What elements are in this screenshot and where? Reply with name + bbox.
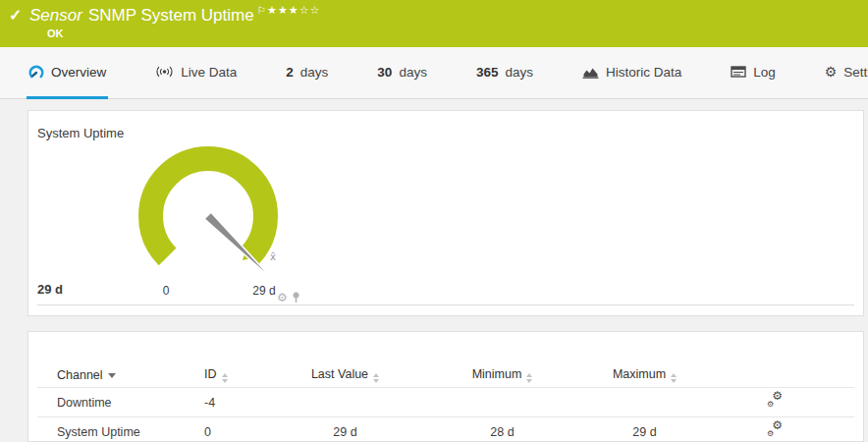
channel-settings-icon[interactable]: ⚙ ⚙: [766, 393, 784, 409]
star-filled-icon[interactable]: ★: [267, 4, 278, 16]
tab-historic-data[interactable]: Historic Data: [580, 47, 683, 99]
column-header-minimum[interactable]: Minimum: [402, 367, 603, 383]
tab-label: Overview: [51, 65, 106, 80]
log-icon: [731, 66, 746, 78]
channel-id: 0: [195, 425, 289, 439]
table-row-downtime[interactable]: Downtime -4 ⚙ ⚙: [28, 388, 863, 416]
tab-label: days: [505, 65, 533, 80]
channel-last-value: 29 d: [289, 425, 402, 439]
page-title: SensorSNMP System Uptime⚐: [29, 5, 266, 26]
sort-both-icon: [526, 373, 532, 383]
channel-name: System Uptime: [28, 425, 195, 439]
pin-icon[interactable]: [292, 292, 300, 304]
star-empty-icon[interactable]: ☆: [310, 4, 321, 16]
gear-icon: ⚙: [825, 65, 838, 79]
table-row-system-uptime[interactable]: System Uptime 0 29 d 28 d 29 d ⚙ ⚙: [28, 417, 863, 442]
tab-settings[interactable]: ⚙ Settings: [823, 47, 868, 99]
live-data-icon: [155, 65, 174, 79]
status-badge: OK: [47, 28, 64, 39]
priority-stars[interactable]: ★★★☆☆: [267, 4, 320, 17]
gauge-settings-gear-icon[interactable]: ⚙: [277, 292, 288, 304]
tab-label: Log: [753, 65, 776, 80]
gauge-icon: [28, 65, 44, 79]
sort-both-icon: [373, 373, 379, 383]
channel-minimum: 28 d: [402, 425, 603, 439]
tab-live-data[interactable]: Live Data: [153, 47, 239, 99]
tab-overview[interactable]: Overview: [27, 47, 108, 99]
star-empty-icon[interactable]: ☆: [299, 4, 310, 16]
star-filled-icon[interactable]: ★: [289, 4, 299, 16]
channels-table: Channel ID Last Value Minimum Maximum Do…: [28, 332, 863, 442]
uptime-gauge: x̄: [28, 111, 865, 304]
tab-365-days[interactable]: 365 days: [474, 47, 535, 99]
sensor-name: SNMP System Uptime: [88, 6, 254, 25]
tab-log[interactable]: Log: [729, 47, 778, 99]
tab-label: Historic Data: [606, 65, 681, 80]
gauge-scale-min: 0: [155, 284, 177, 298]
tab-label: days: [399, 65, 427, 80]
tab-bar: Overview Live Data 2 days 30 days 365 da…: [0, 47, 868, 99]
sensor-status-banner: ✓ SensorSNMP System Uptime⚐ ★★★☆☆ OK: [0, 0, 868, 47]
gauge-panel: System Uptime x̄ 0 29 d 29 d ⚙: [27, 110, 864, 316]
channel-settings-icon[interactable]: ⚙ ⚙: [766, 422, 784, 438]
sort-both-icon: [671, 373, 677, 383]
channel-maximum: 29 d: [603, 425, 686, 439]
tab-label: Settings: [843, 65, 868, 80]
gauge-panel-divider: [37, 304, 854, 305]
gauge-current-value: 29 d: [37, 282, 63, 297]
area-chart-icon: [582, 66, 599, 79]
column-header-last-value[interactable]: Last Value: [289, 367, 402, 383]
tab-label: days: [300, 65, 329, 80]
column-header-maximum[interactable]: Maximum: [603, 367, 686, 383]
channel-name: Downtime: [28, 396, 195, 410]
channels-panel: Channel ID Last Value Minimum Maximum Do…: [27, 331, 864, 442]
average-marker: x̄: [270, 251, 276, 262]
tab-label: Live Data: [181, 65, 237, 80]
priority-flag-icon[interactable]: ⚐: [257, 5, 266, 16]
tab-number: 30: [377, 65, 392, 80]
page-title-prefix: Sensor: [29, 6, 82, 25]
table-header-row: Channel ID Last Value Minimum Maximum: [28, 362, 863, 387]
tab-2-days[interactable]: 2 days: [284, 47, 330, 99]
tab-number: 365: [476, 65, 499, 80]
column-header-id[interactable]: ID: [195, 367, 289, 383]
sort-desc-icon: [108, 373, 116, 378]
column-header-channel[interactable]: Channel: [28, 368, 195, 382]
channel-id: -4: [195, 396, 289, 410]
star-filled-icon[interactable]: ★: [278, 4, 289, 16]
tab-30-days[interactable]: 30 days: [375, 47, 429, 99]
tab-number: 2: [286, 65, 294, 80]
status-ok-check-icon: ✓: [9, 6, 22, 25]
sort-both-icon: [222, 373, 228, 383]
